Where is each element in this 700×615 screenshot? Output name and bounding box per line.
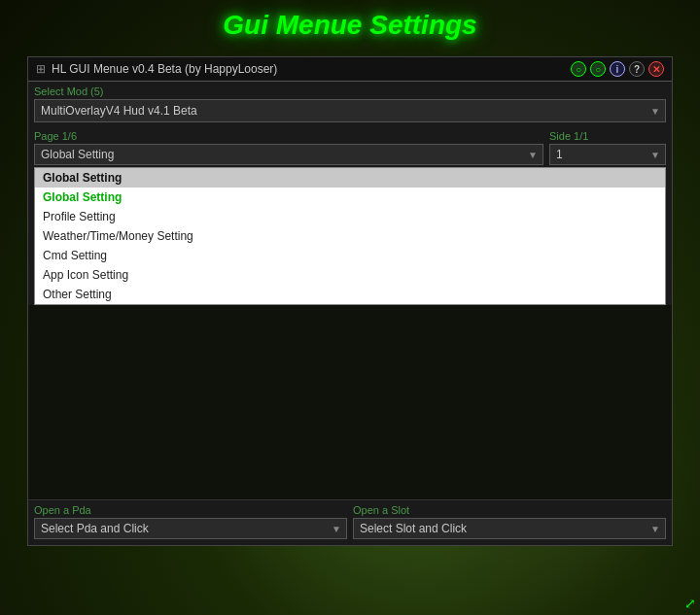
bottom-row: Open a Pda Select Pda and Click ▼ Open a… bbox=[34, 504, 666, 539]
open-pda-label: Open a Pda bbox=[34, 504, 347, 516]
bottom-section: Open a Pda Select Pda and Click ▼ Open a… bbox=[28, 499, 672, 545]
open-pda-col: Open a Pda Select Pda and Click ▼ bbox=[34, 504, 347, 539]
side-label: Side 1/1 bbox=[549, 130, 666, 142]
select-mod-label: Select Mod (5) bbox=[34, 85, 666, 97]
settings-list: Global Setting Global Setting Profile Se… bbox=[34, 167, 666, 305]
page-label: Page 1/6 bbox=[34, 130, 543, 142]
open-pda-dropdown[interactable]: Select Pda and Click bbox=[34, 518, 347, 539]
close-button[interactable]: ✕ bbox=[648, 61, 664, 77]
open-slot-dropdown-wrap: Select Slot and Click ▼ bbox=[353, 518, 666, 539]
list-item-other-setting[interactable]: Other Setting bbox=[35, 285, 665, 304]
select-mod-dropdown[interactable]: MultiOverlayV4 Hud v4.1 Beta bbox=[34, 99, 666, 122]
list-item-weather-time-money[interactable]: Weather/Time/Money Setting bbox=[35, 226, 665, 246]
list-item-global-setting-selected[interactable]: Global Setting bbox=[35, 168, 665, 188]
side-dropdown-wrap: 1 ▼ bbox=[549, 144, 666, 165]
select-mod-section: Select Mod (5) MultiOverlayV4 Hud v4.1 B… bbox=[28, 82, 672, 126]
title-overlay: Gui Menue Settings bbox=[0, 10, 700, 41]
window-controls: ○ ○ i ? ✕ bbox=[571, 61, 664, 77]
app-title: Gui Menue Settings bbox=[223, 10, 476, 40]
page-side-row: Page 1/6 Global Setting ▼ Side 1/1 1 ▼ bbox=[28, 126, 672, 167]
side-col: Side 1/1 1 ▼ bbox=[549, 130, 666, 165]
page-dropdown-wrap: Global Setting ▼ bbox=[34, 144, 543, 165]
select-mod-dropdown-wrapper: MultiOverlayV4 Hud v4.1 Beta ▼ bbox=[34, 99, 666, 122]
list-item-profile-setting[interactable]: Profile Setting bbox=[35, 207, 665, 226]
help-button[interactable]: ? bbox=[629, 61, 645, 77]
dialog-titlebar: ⊞ HL GUI Menue v0.4 Beta (by HappyLooser… bbox=[28, 57, 672, 82]
restore-button[interactable]: ○ bbox=[590, 61, 606, 77]
list-item-cmd-setting[interactable]: Cmd Setting bbox=[35, 246, 665, 265]
expand-icon[interactable]: ⤢ bbox=[684, 596, 696, 611]
dialog-window: ⊞ HL GUI Menue v0.4 Beta (by HappyLooser… bbox=[27, 56, 673, 546]
minimize-button[interactable]: ○ bbox=[571, 61, 586, 77]
window-icon: ⊞ bbox=[36, 62, 46, 76]
list-item-app-icon-setting[interactable]: App Icon Setting bbox=[35, 265, 665, 285]
open-slot-col: Open a Slot Select Slot and Click ▼ bbox=[353, 504, 666, 539]
open-pda-dropdown-wrap: Select Pda and Click ▼ bbox=[34, 518, 347, 539]
titlebar-left: ⊞ HL GUI Menue v0.4 Beta (by HappyLooser… bbox=[36, 62, 277, 76]
middle-area bbox=[28, 305, 672, 499]
list-item-global-setting-active[interactable]: Global Setting bbox=[35, 188, 665, 207]
open-slot-dropdown[interactable]: Select Slot and Click bbox=[353, 518, 666, 539]
page-col: Page 1/6 Global Setting ▼ bbox=[34, 130, 543, 165]
page-dropdown[interactable]: Global Setting bbox=[34, 144, 543, 165]
window-title-label: HL GUI Menue v0.4 Beta (by HappyLooser) bbox=[52, 62, 277, 76]
open-slot-label: Open a Slot bbox=[353, 504, 666, 516]
info-button[interactable]: i bbox=[610, 61, 625, 77]
side-dropdown[interactable]: 1 bbox=[549, 144, 666, 165]
